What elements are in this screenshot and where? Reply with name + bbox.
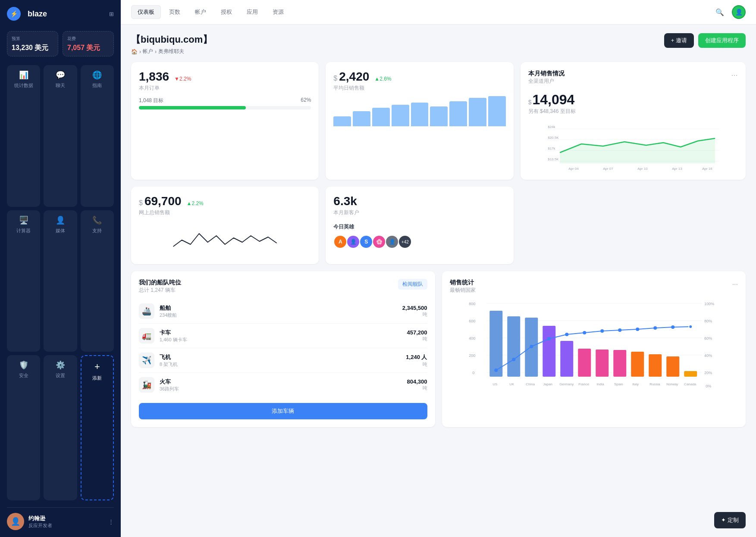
svg-rect-33 bbox=[543, 326, 555, 377]
user-avatar-button[interactable]: 👤 bbox=[732, 5, 746, 19]
sidebar-item-chat[interactable]: 💬 聊天 bbox=[44, 65, 77, 207]
stats-icon: 📊 bbox=[19, 70, 28, 80]
svg-point-55 bbox=[512, 358, 515, 361]
svg-rect-38 bbox=[631, 352, 644, 377]
svg-text:Russia: Russia bbox=[649, 382, 660, 386]
sidebar-item-media[interactable]: 👤 媒体 bbox=[44, 210, 77, 352]
svg-point-61 bbox=[618, 328, 621, 332]
expense-label: 花费 bbox=[67, 36, 109, 42]
customers-label: 本月新客户 bbox=[333, 209, 505, 216]
ship-value-area: 2,345,500 吨 bbox=[402, 305, 427, 318]
total-sales-card: $ 69,700 ▲2.2% 网上总销售额 bbox=[131, 187, 319, 264]
svg-point-64 bbox=[671, 325, 674, 329]
sidebar-item-support[interactable]: 📞 支持 bbox=[81, 210, 114, 352]
breadcrumb-account: 帐户 bbox=[143, 48, 153, 55]
hero-3: S bbox=[359, 235, 373, 249]
salesstats-more-button[interactable]: ... bbox=[732, 279, 738, 287]
sidebar-item-settings[interactable]: ⚙️ 设置 bbox=[44, 355, 77, 500]
create-app-button[interactable]: 创建应用程序 bbox=[698, 33, 746, 48]
logo-icon: ⚡ bbox=[7, 7, 21, 21]
budget-label: 预算 bbox=[12, 36, 53, 42]
nav-label-guide: 指南 bbox=[92, 82, 102, 89]
truck-name: 卡车 bbox=[160, 329, 402, 337]
svg-point-58 bbox=[565, 333, 568, 336]
breadcrumb-current: 奥弗维耶夫 bbox=[158, 48, 184, 55]
nav-label-media: 媒体 bbox=[56, 228, 65, 234]
support-icon: 📞 bbox=[92, 215, 102, 225]
fleet-item-truck: 🚛 卡车 1,460 辆卡车 457,200 吨 bbox=[139, 324, 427, 348]
tab-resources[interactable]: 资源 bbox=[266, 5, 290, 19]
train-value: 804,300 bbox=[407, 378, 427, 385]
customize-button[interactable]: ✦ 定制 bbox=[714, 512, 746, 528]
svg-text:Italy: Italy bbox=[632, 382, 639, 386]
tab-dashboard[interactable]: 仪表板 bbox=[131, 5, 161, 19]
monthly-sales-value: 14,094 bbox=[532, 92, 574, 108]
svg-text:$17k: $17k bbox=[548, 147, 555, 150]
svg-text:400: 400 bbox=[469, 336, 475, 340]
user-menu-icon[interactable]: ⋮ bbox=[108, 518, 114, 525]
add-vehicle-button[interactable]: 添加车辆 bbox=[139, 403, 427, 419]
svg-rect-31 bbox=[507, 316, 520, 377]
svg-text:Apr 16: Apr 16 bbox=[702, 167, 712, 171]
svg-text:40%: 40% bbox=[704, 353, 712, 358]
page-title: 【biqubiqu.com】 bbox=[131, 33, 212, 46]
fleet-header: 我们的船队吨位 总计 1,247 辆车 检阅舰队 bbox=[139, 279, 427, 294]
svg-text:UK: UK bbox=[509, 382, 514, 386]
tab-account[interactable]: 帐户 bbox=[188, 5, 213, 19]
fleet-title: 我们的船队吨位 bbox=[139, 279, 181, 287]
plane-icon: ✈️ bbox=[139, 353, 154, 368]
settings-icon[interactable]: ⊞ bbox=[109, 11, 114, 17]
salesstats-header: 销售统计 最畅销国家 ... bbox=[450, 279, 738, 294]
ship-icon: 🚢 bbox=[139, 303, 154, 319]
plane-info: 飞机 8 架飞机 bbox=[160, 353, 401, 368]
svg-point-59 bbox=[583, 331, 586, 334]
svg-rect-41 bbox=[684, 371, 697, 377]
tab-pages[interactable]: 页数 bbox=[163, 5, 187, 19]
sidebar-item-guide[interactable]: 🌐 指南 bbox=[81, 65, 114, 207]
more-button[interactable]: … bbox=[731, 70, 738, 78]
sidebar-footer: 👤 约翰逊 反应开发者 ⋮ bbox=[7, 507, 114, 530]
fleet-item-train: 🚂 火车 36路列车 804,300 吨 bbox=[139, 373, 427, 397]
sales-bar-chart-area: 800 600 400 200 0 100% 80% 60% 40% 20% 0… bbox=[450, 299, 738, 394]
tab-apps[interactable]: 应用 bbox=[240, 5, 264, 19]
orders-card: 1,836 ▼2.2% 本月订单 1,048 目标 62% bbox=[131, 62, 319, 180]
svg-point-60 bbox=[600, 329, 604, 333]
plane-value: 1,240 人 bbox=[406, 353, 427, 361]
truck-unit: 吨 bbox=[407, 336, 427, 342]
svg-text:France: France bbox=[578, 382, 589, 386]
user-details: 约翰逊 反应开发者 bbox=[28, 515, 52, 529]
search-button[interactable]: 🔍 bbox=[713, 5, 727, 19]
svg-rect-36 bbox=[596, 350, 609, 377]
page-actions: + 邀请 创建应用程序 bbox=[664, 33, 746, 48]
page-header: 【biqubiqu.com】 🏠 › 帐户 › 奥弗维耶夫 + 邀请 创建应用程… bbox=[131, 33, 746, 55]
svg-rect-35 bbox=[578, 349, 591, 377]
tab-auth[interactable]: 授权 bbox=[214, 5, 238, 19]
customers-value: 6.3k bbox=[333, 194, 357, 208]
invite-button[interactable]: + 邀请 bbox=[664, 33, 694, 48]
nav-label-support: 支持 bbox=[92, 228, 102, 234]
target-pct: 62% bbox=[301, 97, 311, 104]
plane-count: 8 架飞机 bbox=[160, 361, 401, 368]
bar-5 bbox=[411, 103, 429, 126]
train-unit: 吨 bbox=[407, 385, 427, 391]
bar-7 bbox=[449, 101, 467, 126]
fleet-subtitle: 总计 1,247 辆车 bbox=[139, 287, 181, 294]
bar-9 bbox=[488, 96, 506, 126]
svg-rect-30 bbox=[489, 311, 502, 377]
sales-dollar: $ bbox=[528, 99, 532, 106]
fleet-link-button[interactable]: 检阅舰队 bbox=[398, 279, 427, 290]
sidebar-item-calc[interactable]: 🖥️ 计算器 bbox=[7, 210, 40, 352]
sidebar-item-add[interactable]: + 添新 bbox=[81, 355, 114, 500]
salesstats-title: 销售统计 bbox=[450, 279, 476, 287]
svg-text:China: China bbox=[526, 382, 535, 386]
sidebar-item-security[interactable]: 🛡️ 安全 bbox=[7, 355, 40, 500]
main-area: 仪表板 页数 帐户 授权 应用 资源 🔍 👤 【biqubiqu.com】 🏠 … bbox=[121, 0, 756, 537]
user-info: 👤 约翰逊 反应开发者 bbox=[7, 513, 52, 530]
plane-value-area: 1,240 人 吨 bbox=[406, 353, 427, 368]
nav-label-stats: 统计数据 bbox=[14, 82, 33, 89]
sidebar-item-stats[interactable]: 📊 统计数据 bbox=[7, 65, 40, 207]
salesstats-title-area: 销售统计 最畅销国家 bbox=[450, 279, 476, 294]
orders-change: ▼2.2% bbox=[174, 76, 191, 82]
hero-2: 👤 bbox=[346, 235, 360, 249]
budget-value: 13,230 美元 bbox=[12, 44, 53, 52]
